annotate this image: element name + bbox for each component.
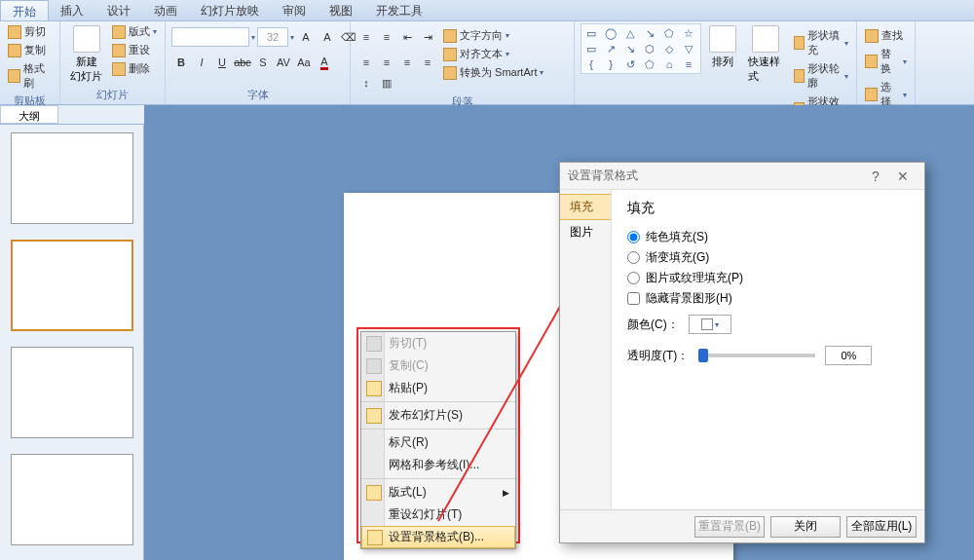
- replace-button[interactable]: 替换▾: [863, 46, 909, 77]
- opt-hide-bg[interactable]: 隐藏背景图形(H): [627, 288, 909, 309]
- font-dropdown-icon[interactable]: ▾: [251, 33, 255, 42]
- char-spacing-button[interactable]: AV: [274, 53, 293, 72]
- tab-home[interactable]: 开始: [0, 0, 49, 20]
- color-swatch-icon: [701, 318, 713, 330]
- group-label-font: 字体: [171, 86, 344, 104]
- ctx-background-format[interactable]: 设置背景格式(B)...: [361, 526, 515, 548]
- new-slide-icon: [73, 25, 100, 53]
- text-direction-icon: [443, 29, 457, 43]
- copy-button[interactable]: 复制: [6, 42, 54, 58]
- radio-solid[interactable]: [627, 231, 640, 243]
- layout-button[interactable]: 版式▾: [110, 23, 159, 40]
- transparency-slider[interactable]: [698, 354, 815, 357]
- reset-button[interactable]: 重设: [110, 42, 159, 58]
- align-right-button[interactable]: ≡: [397, 53, 417, 72]
- shape-outline-button[interactable]: 形状轮廓▾: [792, 60, 850, 92]
- text-direction-button[interactable]: 文字方向▾: [441, 27, 545, 44]
- dialog-close-button[interactable]: ✕: [889, 168, 917, 184]
- arrange-button[interactable]: 排列: [705, 23, 740, 71]
- opt-gradient-fill[interactable]: 渐变填充(G): [627, 247, 909, 268]
- transparency-input[interactable]: [825, 346, 872, 365]
- tab-review[interactable]: 审阅: [271, 0, 318, 20]
- format-painter-icon: [8, 69, 20, 83]
- ctx-layout[interactable]: 版式(L)▶: [361, 478, 515, 504]
- panel-tab-outline[interactable]: 大纲: [0, 105, 58, 124]
- bold-button[interactable]: B: [171, 53, 191, 72]
- tab-dev[interactable]: 开发工具: [364, 0, 434, 20]
- group-editing: 查找 替换▾ 选择▾ 编辑: [857, 21, 916, 104]
- shrink-font-button[interactable]: A: [318, 27, 337, 47]
- smartart-button[interactable]: 转换为 SmartArt▾: [441, 64, 545, 81]
- radio-picture[interactable]: [627, 272, 640, 284]
- grow-font-button[interactable]: A: [296, 27, 316, 47]
- shadow-button[interactable]: S: [253, 53, 273, 72]
- opt-picture-fill[interactable]: 图片或纹理填充(P): [627, 268, 909, 288]
- align-text-button[interactable]: 对齐文本▾: [441, 46, 545, 62]
- align-center-button[interactable]: ≡: [377, 53, 396, 72]
- apply-all-button[interactable]: 全部应用(L): [846, 516, 917, 538]
- align-left-button[interactable]: ≡: [356, 53, 376, 72]
- radio-gradient[interactable]: [627, 251, 640, 264]
- strike-button[interactable]: abc: [233, 53, 252, 72]
- tab-slideshow[interactable]: 幻灯片放映: [189, 0, 271, 20]
- checkbox-hide-bg[interactable]: [627, 292, 640, 305]
- slide-thumb[interactable]: [11, 454, 133, 545]
- dialog-content: 填充 纯色填充(S) 渐变填充(G) 图片或纹理填充(P) 隐藏背景图形(H) …: [611, 190, 924, 509]
- font-size-input[interactable]: [257, 27, 288, 47]
- bullets-button[interactable]: ≡: [356, 27, 376, 47]
- italic-button[interactable]: I: [192, 53, 211, 72]
- layout-icon: [112, 25, 126, 39]
- dialog-titlebar[interactable]: 设置背景格式 ? ✕: [560, 163, 924, 190]
- format-painter-button[interactable]: 格式刷: [6, 60, 54, 92]
- cut-icon: [8, 25, 21, 39]
- font-color-button[interactable]: A: [315, 53, 334, 72]
- thumbnail-panel[interactable]: [0, 125, 144, 560]
- align-justify-button[interactable]: ≡: [418, 53, 437, 72]
- columns-button[interactable]: ▥: [377, 73, 396, 93]
- slider-thumb[interactable]: [698, 349, 708, 362]
- shape-fill-button[interactable]: 形状填充▾: [792, 27, 850, 58]
- copy-icon: [8, 44, 21, 57]
- line-spacing-button[interactable]: ↕: [356, 73, 376, 93]
- slide-thumb[interactable]: [11, 347, 133, 438]
- dialog-help-button[interactable]: ?: [862, 168, 889, 184]
- tab-insert[interactable]: 插入: [49, 0, 95, 20]
- opt-solid-fill[interactable]: 纯色填充(S): [627, 227, 909, 247]
- indent-inc-button[interactable]: ⇥: [418, 27, 437, 47]
- dialog-tab-fill[interactable]: 填充: [560, 194, 611, 220]
- transparency-label: 透明度(T)：: [627, 348, 689, 364]
- ctx-ruler[interactable]: 标尺(R): [361, 429, 515, 454]
- font-name-input[interactable]: [171, 27, 249, 47]
- slide-thumb[interactable]: [11, 132, 133, 224]
- underline-button[interactable]: U: [212, 53, 232, 72]
- new-slide-button[interactable]: 新建 幻灯片: [66, 23, 106, 86]
- ctx-paste[interactable]: 粘贴(P): [361, 377, 515, 399]
- paste-icon: [366, 381, 382, 396]
- shape-gallery[interactable]: ▭◯△↘⬠☆ ▭↗↘⬡◇▽ {}↺⬠⌂≡: [581, 23, 701, 74]
- dialog-footer: 重置背景(B) 关闭 全部应用(L): [560, 509, 924, 542]
- quick-styles-button[interactable]: 快速样式: [744, 23, 788, 86]
- close-button[interactable]: 关闭: [770, 516, 841, 538]
- format-background-dialog: 设置背景格式 ? ✕ 填充 图片 填充 纯色填充(S) 渐变填充(G) 图片或纹…: [559, 162, 925, 543]
- ribbon-tabs: 开始 插入 设计 动画 幻灯片放映 审阅 视图 开发工具: [0, 0, 974, 21]
- color-picker-button[interactable]: ▾: [689, 315, 731, 334]
- numbering-button[interactable]: ≡: [377, 27, 396, 47]
- ctx-reset-slide[interactable]: 重设幻灯片(T): [361, 504, 515, 526]
- find-button[interactable]: 查找: [863, 27, 909, 44]
- cut-button[interactable]: 剪切: [6, 23, 54, 40]
- replace-icon: [865, 55, 878, 68]
- smartart-icon: [443, 66, 457, 80]
- tab-anim[interactable]: 动画: [142, 0, 189, 20]
- shape-outline-icon: [794, 69, 805, 83]
- indent-dec-button[interactable]: ⇤: [397, 27, 417, 47]
- slide-thumb[interactable]: [11, 240, 133, 331]
- tab-view[interactable]: 视图: [318, 0, 364, 20]
- reset-icon: [112, 44, 126, 57]
- ctx-grid[interactable]: 网格和参考线(I)...: [361, 454, 515, 476]
- size-dropdown-icon[interactable]: ▾: [290, 33, 294, 42]
- tab-design[interactable]: 设计: [95, 0, 142, 20]
- ctx-publish[interactable]: 发布幻灯片(S): [361, 401, 515, 427]
- delete-button[interactable]: 删除: [110, 60, 159, 77]
- change-case-button[interactable]: Aa: [294, 53, 314, 72]
- dialog-tab-picture[interactable]: 图片: [560, 220, 611, 244]
